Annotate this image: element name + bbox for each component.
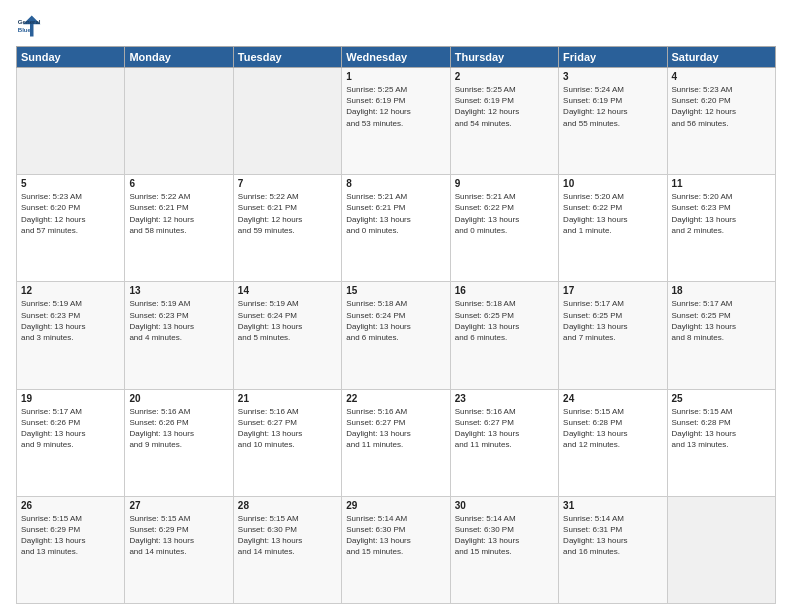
header: General Blue (16, 12, 776, 40)
day-number: 30 (455, 500, 554, 511)
day-cell: 7Sunrise: 5:22 AM Sunset: 6:21 PM Daylig… (233, 175, 341, 282)
day-info: Sunrise: 5:14 AM Sunset: 6:31 PM Dayligh… (563, 513, 662, 558)
weekday-header-tuesday: Tuesday (233, 47, 341, 68)
day-info: Sunrise: 5:23 AM Sunset: 6:20 PM Dayligh… (21, 191, 120, 236)
day-info: Sunrise: 5:19 AM Sunset: 6:24 PM Dayligh… (238, 298, 337, 343)
day-info: Sunrise: 5:17 AM Sunset: 6:25 PM Dayligh… (563, 298, 662, 343)
day-info: Sunrise: 5:14 AM Sunset: 6:30 PM Dayligh… (346, 513, 445, 558)
week-row-5: 26Sunrise: 5:15 AM Sunset: 6:29 PM Dayli… (17, 496, 776, 603)
day-info: Sunrise: 5:20 AM Sunset: 6:22 PM Dayligh… (563, 191, 662, 236)
day-cell (233, 68, 341, 175)
day-cell: 6Sunrise: 5:22 AM Sunset: 6:21 PM Daylig… (125, 175, 233, 282)
weekday-header-saturday: Saturday (667, 47, 775, 68)
calendar-table: SundayMondayTuesdayWednesdayThursdayFrid… (16, 46, 776, 604)
day-number: 14 (238, 285, 337, 296)
logo-icon: General Blue (16, 12, 44, 40)
day-cell: 24Sunrise: 5:15 AM Sunset: 6:28 PM Dayli… (559, 389, 667, 496)
weekday-header-monday: Monday (125, 47, 233, 68)
day-cell (17, 68, 125, 175)
day-number: 24 (563, 393, 662, 404)
week-row-1: 1Sunrise: 5:25 AM Sunset: 6:19 PM Daylig… (17, 68, 776, 175)
day-info: Sunrise: 5:18 AM Sunset: 6:24 PM Dayligh… (346, 298, 445, 343)
day-cell: 13Sunrise: 5:19 AM Sunset: 6:23 PM Dayli… (125, 282, 233, 389)
day-cell: 10Sunrise: 5:20 AM Sunset: 6:22 PM Dayli… (559, 175, 667, 282)
day-info: Sunrise: 5:24 AM Sunset: 6:19 PM Dayligh… (563, 84, 662, 129)
week-row-2: 5Sunrise: 5:23 AM Sunset: 6:20 PM Daylig… (17, 175, 776, 282)
day-info: Sunrise: 5:16 AM Sunset: 6:26 PM Dayligh… (129, 406, 228, 451)
day-number: 19 (21, 393, 120, 404)
day-number: 21 (238, 393, 337, 404)
day-number: 9 (455, 178, 554, 189)
day-cell: 27Sunrise: 5:15 AM Sunset: 6:29 PM Dayli… (125, 496, 233, 603)
day-number: 11 (672, 178, 771, 189)
day-cell (125, 68, 233, 175)
day-cell: 18Sunrise: 5:17 AM Sunset: 6:25 PM Dayli… (667, 282, 775, 389)
day-number: 26 (21, 500, 120, 511)
day-number: 3 (563, 71, 662, 82)
day-number: 25 (672, 393, 771, 404)
calendar-page: General Blue SundayMondayTuesdayWednesda… (0, 0, 792, 612)
day-cell: 11Sunrise: 5:20 AM Sunset: 6:23 PM Dayli… (667, 175, 775, 282)
day-number: 6 (129, 178, 228, 189)
day-info: Sunrise: 5:25 AM Sunset: 6:19 PM Dayligh… (346, 84, 445, 129)
day-number: 17 (563, 285, 662, 296)
day-info: Sunrise: 5:16 AM Sunset: 6:27 PM Dayligh… (455, 406, 554, 451)
day-cell: 5Sunrise: 5:23 AM Sunset: 6:20 PM Daylig… (17, 175, 125, 282)
day-cell: 22Sunrise: 5:16 AM Sunset: 6:27 PM Dayli… (342, 389, 450, 496)
day-number: 16 (455, 285, 554, 296)
day-info: Sunrise: 5:17 AM Sunset: 6:25 PM Dayligh… (672, 298, 771, 343)
day-cell: 30Sunrise: 5:14 AM Sunset: 6:30 PM Dayli… (450, 496, 558, 603)
day-number: 1 (346, 71, 445, 82)
day-info: Sunrise: 5:25 AM Sunset: 6:19 PM Dayligh… (455, 84, 554, 129)
day-info: Sunrise: 5:15 AM Sunset: 6:30 PM Dayligh… (238, 513, 337, 558)
day-info: Sunrise: 5:16 AM Sunset: 6:27 PM Dayligh… (238, 406, 337, 451)
weekday-header-friday: Friday (559, 47, 667, 68)
weekday-header-sunday: Sunday (17, 47, 125, 68)
day-number: 2 (455, 71, 554, 82)
day-cell: 21Sunrise: 5:16 AM Sunset: 6:27 PM Dayli… (233, 389, 341, 496)
day-info: Sunrise: 5:22 AM Sunset: 6:21 PM Dayligh… (238, 191, 337, 236)
day-cell: 31Sunrise: 5:14 AM Sunset: 6:31 PM Dayli… (559, 496, 667, 603)
day-info: Sunrise: 5:20 AM Sunset: 6:23 PM Dayligh… (672, 191, 771, 236)
day-cell: 16Sunrise: 5:18 AM Sunset: 6:25 PM Dayli… (450, 282, 558, 389)
day-number: 4 (672, 71, 771, 82)
day-cell: 3Sunrise: 5:24 AM Sunset: 6:19 PM Daylig… (559, 68, 667, 175)
day-cell: 15Sunrise: 5:18 AM Sunset: 6:24 PM Dayli… (342, 282, 450, 389)
day-cell: 25Sunrise: 5:15 AM Sunset: 6:28 PM Dayli… (667, 389, 775, 496)
day-cell: 14Sunrise: 5:19 AM Sunset: 6:24 PM Dayli… (233, 282, 341, 389)
day-info: Sunrise: 5:21 AM Sunset: 6:21 PM Dayligh… (346, 191, 445, 236)
week-row-4: 19Sunrise: 5:17 AM Sunset: 6:26 PM Dayli… (17, 389, 776, 496)
day-cell: 17Sunrise: 5:17 AM Sunset: 6:25 PM Dayli… (559, 282, 667, 389)
day-cell: 12Sunrise: 5:19 AM Sunset: 6:23 PM Dayli… (17, 282, 125, 389)
day-info: Sunrise: 5:16 AM Sunset: 6:27 PM Dayligh… (346, 406, 445, 451)
day-cell: 26Sunrise: 5:15 AM Sunset: 6:29 PM Dayli… (17, 496, 125, 603)
day-info: Sunrise: 5:15 AM Sunset: 6:29 PM Dayligh… (21, 513, 120, 558)
day-number: 22 (346, 393, 445, 404)
day-number: 31 (563, 500, 662, 511)
day-cell: 20Sunrise: 5:16 AM Sunset: 6:26 PM Dayli… (125, 389, 233, 496)
day-cell: 2Sunrise: 5:25 AM Sunset: 6:19 PM Daylig… (450, 68, 558, 175)
day-cell: 9Sunrise: 5:21 AM Sunset: 6:22 PM Daylig… (450, 175, 558, 282)
day-number: 15 (346, 285, 445, 296)
day-number: 20 (129, 393, 228, 404)
day-number: 13 (129, 285, 228, 296)
day-info: Sunrise: 5:19 AM Sunset: 6:23 PM Dayligh… (129, 298, 228, 343)
day-number: 23 (455, 393, 554, 404)
day-number: 18 (672, 285, 771, 296)
svg-text:Blue: Blue (18, 26, 32, 33)
day-cell (667, 496, 775, 603)
svg-text:General: General (18, 18, 41, 25)
day-number: 5 (21, 178, 120, 189)
day-info: Sunrise: 5:19 AM Sunset: 6:23 PM Dayligh… (21, 298, 120, 343)
day-info: Sunrise: 5:14 AM Sunset: 6:30 PM Dayligh… (455, 513, 554, 558)
day-number: 10 (563, 178, 662, 189)
day-cell: 19Sunrise: 5:17 AM Sunset: 6:26 PM Dayli… (17, 389, 125, 496)
day-number: 8 (346, 178, 445, 189)
day-info: Sunrise: 5:18 AM Sunset: 6:25 PM Dayligh… (455, 298, 554, 343)
day-number: 27 (129, 500, 228, 511)
day-number: 12 (21, 285, 120, 296)
day-number: 29 (346, 500, 445, 511)
week-row-3: 12Sunrise: 5:19 AM Sunset: 6:23 PM Dayli… (17, 282, 776, 389)
day-number: 7 (238, 178, 337, 189)
weekday-header-row: SundayMondayTuesdayWednesdayThursdayFrid… (17, 47, 776, 68)
